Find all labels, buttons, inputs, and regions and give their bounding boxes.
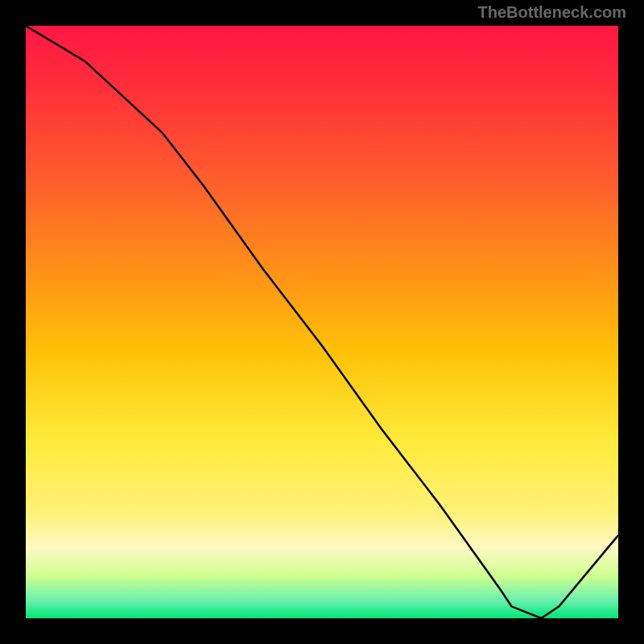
chart-svg [26, 26, 618, 618]
chart-container: TheBottleneck.com [0, 0, 644, 644]
watermark-label: TheBottleneck.com [478, 3, 626, 22]
plot-area [24, 24, 620, 620]
chart-background [26, 26, 618, 618]
